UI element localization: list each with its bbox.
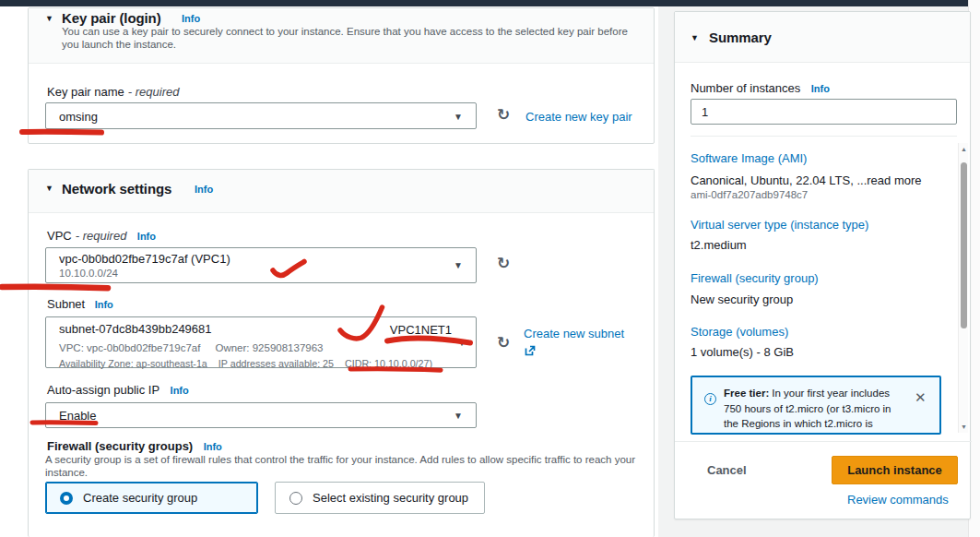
subnet-id: subnet-07dc8b439bb249681	[59, 322, 212, 336]
subnet-ips: IP addresses available: 25	[218, 358, 334, 369]
launch-instance-page: ▼ Key pair (login) Info You can use a ke…	[0, 0, 980, 537]
free-tier-alert: i Free tier:In your first year includes …	[691, 376, 941, 435]
summary-panel: ▼ Summary Number of instances Info Softw…	[674, 11, 971, 519]
create-new-key-pair-link[interactable]: Create new key pair	[525, 110, 632, 124]
key-pair-select[interactable]: omsing ▼	[45, 102, 477, 129]
key-pair-title: Key pair (login)	[62, 10, 161, 26]
chevron-down-icon: ▼	[454, 260, 463, 270]
auto-assign-selected-value: Enable	[59, 409, 96, 423]
subnet-vpc: VPC: vpc-0b0bd02fbe719c7af	[59, 342, 200, 353]
refresh-subnet-icon[interactable]: ↻	[497, 335, 510, 351]
chevron-down-icon: ▼	[454, 112, 463, 122]
number-of-instances-input[interactable]	[691, 99, 957, 125]
create-security-group-label: Create security group	[83, 491, 197, 505]
summary-title: Summary	[709, 30, 772, 45]
summary-divider	[691, 136, 957, 137]
firewall-label: Firewall (security groups) Info	[47, 437, 222, 454]
launch-instance-button[interactable]: Launch instance	[832, 456, 958, 484]
summary-ami-value: Canonical, Ubuntu, 22.04 LTS, ...	[691, 173, 867, 187]
refresh-vpc-icon[interactable]: ↻	[497, 256, 510, 271]
firewall-info-link[interactable]: Info	[204, 441, 222, 452]
key-pair-selected-value: omsing	[59, 110, 98, 124]
external-link-icon[interactable]	[524, 344, 537, 361]
number-of-instances-label: Number of instances Info	[691, 79, 830, 96]
key-pair-info-link[interactable]: Info	[182, 13, 200, 24]
select-existing-security-group-label: Select existing security group	[313, 491, 468, 505]
vpc-label: VPC- required Info	[47, 227, 156, 244]
select-existing-security-group-option[interactable]: Select existing security group	[275, 482, 485, 514]
subnet-select[interactable]: subnet-07dc8b439bb249681 VPC1NET1 VPC: v…	[45, 316, 477, 368]
scrollbar-thumb[interactable]	[961, 162, 967, 328]
chevron-down-icon: ▼	[454, 411, 463, 421]
read-more-link[interactable]: read more	[867, 173, 921, 187]
subnet-detail-line2: Availability Zone: ap-southeast-1aIP add…	[59, 354, 432, 371]
footer-divider	[675, 441, 972, 442]
collapse-caret-icon[interactable]: ▼	[45, 14, 53, 23]
network-settings-title: Network settings	[62, 181, 171, 197]
radio-unselected-icon[interactable]	[289, 492, 302, 505]
key-pair-description: You can use a key pair to securely conne…	[62, 26, 644, 51]
firewall-description: A security group is a set of firewall ru…	[45, 453, 654, 479]
summary-instance-type-link[interactable]: Virtual server type (instance type)	[691, 218, 868, 232]
collapse-caret-icon[interactable]: ▼	[691, 33, 699, 42]
vpc-cidr: 10.10.0.0/24	[59, 268, 118, 279]
top-navigation-bar	[0, 0, 968, 6]
auto-assign-ip-select[interactable]: Enable ▼	[45, 402, 477, 428]
instances-info-link[interactable]: Info	[811, 83, 830, 94]
vpc-info-link[interactable]: Info	[137, 231, 156, 242]
key-pair-section: ▼ Key pair (login) Info You can use a ke…	[28, 7, 655, 144]
vpc-select[interactable]: vpc-0b0bd02fbe719c7af (VPC1) 10.10.0.0/2…	[45, 247, 477, 283]
key-pair-header[interactable]: ▼ Key pair (login) Info You can use a ke…	[29, 8, 654, 64]
subnet-detail-line1: VPC: vpc-0b0bd02fbe719c7afOwner: 9259081…	[59, 339, 323, 355]
close-icon[interactable]: ✕	[915, 389, 927, 406]
subnet-cidr: CIDR: 10.10.0.0/27)	[345, 358, 432, 369]
radio-selected-icon[interactable]	[60, 492, 73, 505]
subnet-name: VPC1NET1	[390, 323, 452, 337]
info-icon: i	[704, 393, 716, 405]
vpc-selected-value: vpc-0b0bd02fbe719c7af (VPC1)	[59, 252, 230, 266]
review-commands-link[interactable]: Review commands	[847, 493, 949, 507]
auto-assign-info-link[interactable]: Info	[171, 385, 189, 396]
free-tier-text: Free tier:In your first year includes 75…	[724, 386, 908, 432]
create-security-group-option[interactable]: Create security group	[45, 482, 258, 514]
scroll-down-icon[interactable]: ▼	[960, 424, 968, 430]
key-pair-name-label: Key pair name- required	[47, 83, 179, 100]
summary-header[interactable]: ▼ Summary	[675, 12, 970, 63]
chevron-down-icon: ▼	[457, 338, 466, 348]
summary-firewall-value: New security group	[691, 292, 793, 306]
subnet-info-link[interactable]: Info	[95, 299, 113, 310]
summary-storage-link[interactable]: Storage (volumes)	[691, 325, 788, 339]
summary-firewall-link[interactable]: Firewall (security group)	[691, 271, 819, 285]
network-settings-header[interactable]: ▼ Network settings Info	[29, 170, 654, 213]
network-settings-info-link[interactable]: Info	[195, 184, 213, 195]
cancel-button[interactable]: Cancel	[707, 463, 747, 477]
summary-instance-type-value: t2.medium	[691, 238, 747, 252]
summary-ami-value-row: Canonical, Ubuntu, 22.04 LTS, ...read mo…	[691, 172, 922, 188]
summary-ami-link[interactable]: Software Image (AMI)	[691, 151, 807, 165]
collapse-caret-icon[interactable]: ▼	[45, 184, 53, 193]
subnet-az: Availability Zone: ap-southeast-1a	[59, 358, 207, 369]
refresh-key-pairs-icon[interactable]: ↻	[497, 107, 510, 123]
create-new-subnet-link[interactable]: Create new subnet	[524, 327, 624, 340]
summary-ami-id: ami-0df7a207adb9748c7	[691, 189, 808, 200]
subnet-label: Subnet Info	[47, 295, 113, 312]
scroll-up-icon[interactable]: ▲	[960, 146, 968, 152]
summary-storage-value: 1 volume(s) - 8 GiB	[691, 345, 794, 359]
auto-assign-ip-label: Auto-assign public IP Info	[47, 381, 189, 398]
network-settings-section: ▼ Network settings Info VPC- required In…	[28, 169, 655, 537]
subnet-owner: Owner: 925908137963	[215, 342, 323, 353]
summary-scrollbar[interactable]: ▲ ▼	[958, 143, 968, 433]
